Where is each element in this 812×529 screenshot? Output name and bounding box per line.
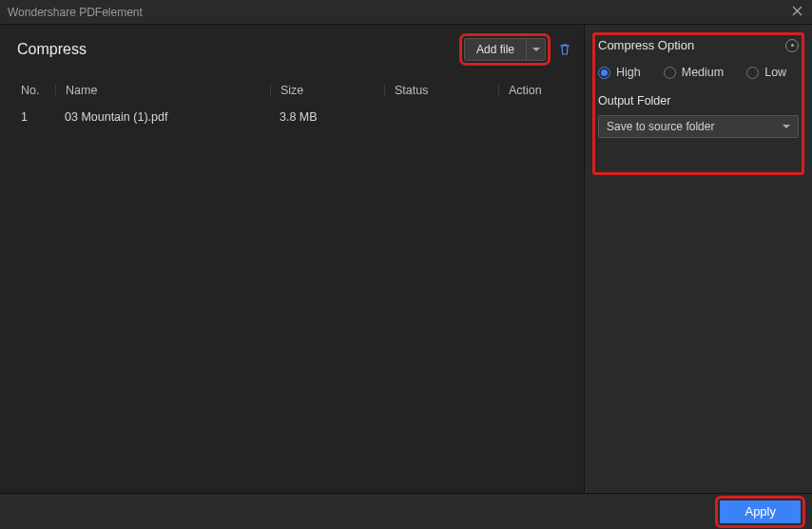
radio-high-label: High [616, 66, 641, 79]
app-title: Wondershare PDFelement [8, 6, 143, 19]
apply-button[interactable]: Apply [720, 500, 801, 523]
clear-list-button[interactable] [555, 40, 574, 59]
main-header: Compress Add file [17, 38, 574, 61]
table-header: No. Name Size Status Action [17, 78, 574, 103]
titlebar: Wondershare PDFelement [0, 0, 812, 25]
col-header-no: No. [17, 84, 55, 97]
output-folder-label: Output Folder [598, 94, 799, 108]
chevron-down-icon [783, 125, 790, 128]
radio-ring-icon [598, 67, 610, 79]
content: Compress Add file No. Name Size Sta [0, 25, 812, 493]
compress-option-header: Compress Option [598, 38, 799, 52]
col-header-action: Action [498, 84, 574, 97]
chevron-down-icon [532, 48, 540, 51]
svg-point-0 [791, 44, 794, 47]
radio-low[interactable]: Low [746, 66, 786, 79]
add-file-button[interactable]: Add file [465, 39, 526, 60]
close-icon[interactable] [789, 6, 804, 19]
output-folder-select[interactable]: Save to source folder [598, 115, 799, 138]
trash-icon [557, 42, 572, 57]
radio-medium[interactable]: Medium [664, 66, 724, 79]
cell-size: 3.8 MB [270, 110, 384, 124]
table-row[interactable]: 1 03 Mountain (1).pdf 3.8 MB [17, 103, 574, 131]
footer: Apply [0, 493, 812, 529]
radio-low-label: Low [764, 66, 786, 79]
radio-ring-icon [664, 67, 676, 79]
sidebar-panel: Compress Option High Medium Low Output F… [584, 25, 812, 493]
header-actions: Add file [464, 38, 574, 61]
page-title: Compress [17, 41, 87, 58]
main-panel: Compress Add file No. Name Size Sta [0, 25, 584, 493]
col-header-size: Size [270, 84, 384, 97]
cell-no: 1 [17, 110, 55, 124]
cell-status [384, 110, 498, 124]
radio-medium-label: Medium [682, 66, 724, 79]
compress-level-group: High Medium Low [598, 66, 799, 79]
radio-ring-icon [746, 67, 759, 79]
radio-high[interactable]: High [598, 66, 641, 79]
col-header-name: Name [55, 84, 270, 97]
cell-name: 03 Mountain (1).pdf [55, 110, 270, 124]
output-folder-value: Save to source folder [607, 120, 714, 133]
add-file-group: Add file [464, 38, 546, 61]
col-header-status: Status [384, 84, 498, 97]
collapse-icon[interactable] [785, 39, 799, 52]
add-file-dropdown-button[interactable] [526, 39, 545, 60]
cell-action [498, 110, 574, 124]
compress-option-title: Compress Option [598, 38, 694, 52]
